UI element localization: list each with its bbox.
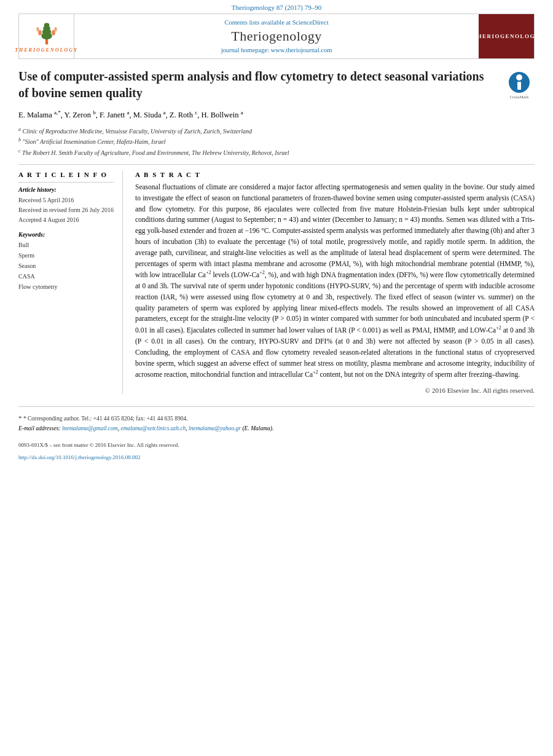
email-label: E-mail addresses: [18,425,61,431]
svg-point-4 [44,23,49,27]
sciencedirect-link[interactable]: ScienceDirect [292,19,329,26]
article-title-section: Use of computer-assisted sperm analysis … [18,68,535,101]
keyword-casa: CASA [18,271,114,282]
abstract-column: A B S T R A C T Seasonal fluctuations of… [135,171,535,394]
contents-line: Contents lists available at ScienceDirec… [84,19,469,26]
keywords-label: Keywords: [18,231,114,238]
citation-text: Theriogenology 87 (2017) 79–90 [232,4,321,11]
affiliations: a Clinic of Reproductive Medicine, Vetsu… [18,126,535,158]
journal-header-center: Contents lists available at ScienceDirec… [74,14,479,58]
citation-bar: Theriogenology 87 (2017) 79–90 [0,0,553,14]
crossmark-icon [508,71,530,93]
history-label: Article history: [18,186,114,193]
svg-point-10 [516,74,522,81]
article-info-column: A R T I C L E I N F O Article history: R… [18,171,123,394]
email-1[interactable]: lnemalama@gmail.com [62,425,118,431]
keyword-sperm: Sperm [18,250,114,261]
affiliation-a: Clinic of Reproductive Medicine, Vetsuis… [23,128,252,135]
keyword-season: Season [18,261,114,271]
corresponding-text: * Corresponding author. Tel.: +41 44 635… [23,415,188,422]
journal-cover-image: THERIOGENOLOGY [479,14,534,58]
bottom-bar: 0093-691X/$ – see front matter © 2016 El… [18,442,535,454]
journal-homepage: journal homepage: www.theriojournal.com [84,47,469,53]
authors-line: E. Malama a,*, Y. Zeron b, F. Janett a, … [18,109,535,121]
crossmark-label: CrossMark [509,95,528,100]
divider-1 [18,164,535,165]
star-symbol: * [18,414,22,422]
email-4[interactable]: lnemalama@yahoo.gr [189,425,241,431]
affiliation-c: The Robert H. Smith Faculty of Agricultu… [22,149,289,156]
received-revised-date: Received in revised form 26 July 2016 [18,205,114,215]
copyright-line: © 2016 Elsevier Inc. All rights reserved… [135,387,535,394]
elsevier-logo-section: THERIOGENOLOGY [19,14,74,58]
contents-label: Contents lists available at [224,19,291,26]
abstract-heading: A B S T R A C T [135,171,535,178]
elsevier-wordmark: THERIOGENOLOGY [15,47,78,53]
keyword-bull: Bull [18,240,114,250]
doi-line[interactable]: http://dx.doi.org/10.1016/j.theriogenolo… [18,454,535,460]
journal-name: Theriogenology [84,28,469,44]
keyword-flow-cytometry: Flow cytometry [18,282,114,292]
svg-rect-11 [517,82,521,90]
article-info-heading: A R T I C L E I N F O [18,171,114,178]
abstract-text: Seasonal fluctuations of climate are con… [135,182,535,380]
svg-point-7 [36,26,39,31]
svg-point-8 [54,26,57,31]
doi-link[interactable]: http://dx.doi.org/10.1016/j.theriogenolo… [18,454,141,460]
email-addresses: E-mail addresses: lnemalama@gmail.com, e… [18,424,535,433]
homepage-label: journal homepage: [221,47,269,53]
cover-journal-name: THERIOGENOLOGY [473,33,540,39]
elsevier-tree-icon [31,20,62,45]
corresponding-note: * * Corresponding author. Tel.: +41 44 6… [18,413,535,424]
journal-header: THERIOGENOLOGY Contents lists available … [18,14,535,59]
email-2[interactable]: emalama@setclinics.uzh.ch [120,425,186,431]
accepted-date: Accepted 4 August 2016 [18,215,114,225]
svg-point-6 [52,30,55,36]
main-content: Use of computer-assisted sperm analysis … [18,59,535,394]
email-affiliation: (E. Malama). [242,425,273,431]
svg-point-5 [38,30,42,36]
footer-section: * * Corresponding author. Tel.: +41 44 6… [18,406,535,437]
affiliation-b: "Sion" Artificial Insemination Center, H… [23,139,166,146]
homepage-url[interactable]: www.theriojournal.com [271,47,332,53]
two-column-layout: A R T I C L E I N F O Article history: R… [18,171,535,394]
received-date: Received 5 April 2016 [18,195,114,205]
issn-line: 0093-691X/$ – see front matter © 2016 El… [18,442,179,448]
divider-info [18,182,114,183]
crossmark-section: CrossMark [504,68,535,100]
article-title: Use of computer-assisted sperm analysis … [18,68,504,101]
